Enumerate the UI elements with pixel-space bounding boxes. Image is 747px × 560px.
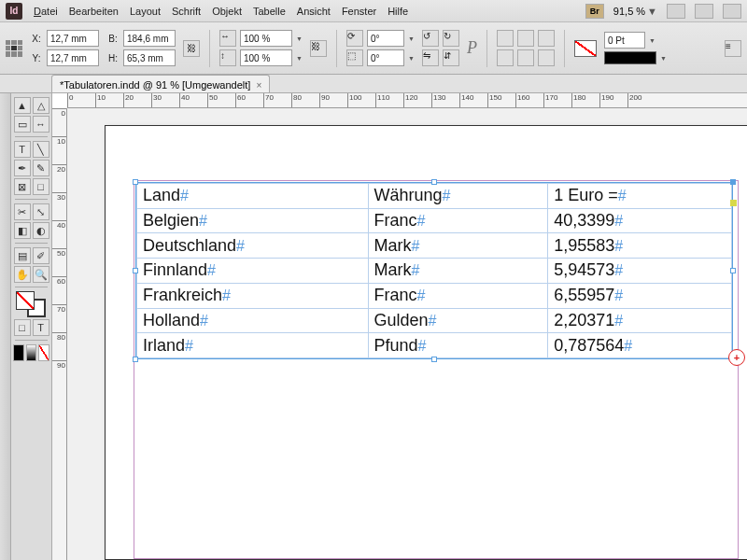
hand-tool[interactable]: ✋ xyxy=(14,266,31,283)
align-4-icon[interactable] xyxy=(497,49,514,66)
menu-ansicht[interactable]: Ansicht xyxy=(297,6,331,17)
eyedropper-tool[interactable]: ✐ xyxy=(33,247,49,264)
reference-point[interactable] xyxy=(6,40,22,57)
workspace-button[interactable] xyxy=(723,4,741,19)
apply-container-icon[interactable]: □ xyxy=(14,319,31,336)
menu-objekt[interactable]: Objekt xyxy=(212,6,242,17)
h-input[interactable]: 65,3 mm xyxy=(123,49,176,66)
constrain-wh-icon[interactable]: ⛓ xyxy=(183,40,200,57)
align-2-icon[interactable] xyxy=(517,30,534,47)
zoom-level-dropdown[interactable]: 91,5 %▼ xyxy=(613,6,657,17)
overset-text-icon[interactable] xyxy=(728,349,745,366)
rectangle-frame-tool[interactable]: ⊠ xyxy=(14,178,31,195)
page-tool[interactable]: ▭ xyxy=(14,116,31,133)
y-input[interactable]: 12,7 mm xyxy=(47,49,99,66)
scale-x-input[interactable]: 100 % xyxy=(240,30,292,47)
cell-text: Franc xyxy=(374,211,417,230)
cell-text: 2,20371 xyxy=(554,311,614,329)
rotate-cw-icon[interactable]: ↻ xyxy=(443,30,459,47)
menu-schrift[interactable]: Schrift xyxy=(172,6,201,17)
document-tab[interactable]: *Tabulatoren.indd @ 91 % [Umgewandelt] × xyxy=(51,75,270,92)
shear-input[interactable]: 0° xyxy=(367,49,404,66)
direct-selection-tool[interactable]: △ xyxy=(33,97,49,114)
ruler-tick: 80 xyxy=(52,332,66,360)
bridge-button[interactable]: Br xyxy=(585,4,604,19)
apply-gradient-icon[interactable] xyxy=(26,344,37,361)
table-row[interactable]: Frankreich#Franc#6,55957# xyxy=(137,283,732,308)
ruler-tick: 60 xyxy=(52,276,66,304)
align-3-icon[interactable] xyxy=(538,30,555,47)
table-row[interactable]: Holland#Gulden#2,20371# xyxy=(137,308,732,333)
line-tool[interactable]: ╲ xyxy=(33,141,49,158)
zoom-tool[interactable]: 🔍 xyxy=(33,266,49,283)
canvas-area[interactable]: Land# Währung# 1 Euro =# Belgien#Franc#4… xyxy=(67,108,747,560)
fill-swatch[interactable] xyxy=(574,40,597,57)
menu-fenster[interactable]: Fenster xyxy=(342,6,376,17)
handle-tr[interactable] xyxy=(730,179,736,185)
gap-tool[interactable]: ↔ xyxy=(33,116,49,133)
handle-yellow[interactable] xyxy=(730,200,737,206)
menubar: Id DDateiatei Bearbeiten Layout Schrift … xyxy=(0,0,747,22)
menu-layout[interactable]: Layout xyxy=(130,6,161,17)
cell-text: Mark xyxy=(374,236,412,255)
pen-tool[interactable]: ✒ xyxy=(14,160,31,176)
rotate-ccw-icon[interactable]: ↺ xyxy=(422,30,439,47)
handle-bm[interactable] xyxy=(431,357,437,362)
cell-text: Pfund xyxy=(374,336,418,355)
stroke-weight-input[interactable]: 0 Pt xyxy=(604,32,645,49)
ruler-horizontal[interactable]: 0102030405060708090100110120130140150160… xyxy=(67,93,747,108)
ruler-tick: 50 xyxy=(207,93,235,107)
menu-bearbeiten[interactable]: Bearbeiten xyxy=(69,6,119,17)
handle-tm[interactable] xyxy=(431,179,437,185)
cell-text: 1,95583 xyxy=(554,236,614,255)
close-tab-icon[interactable]: × xyxy=(256,80,261,91)
document-tabbar: *Tabulatoren.indd @ 91 % [Umgewandelt] × xyxy=(0,75,747,93)
ruler-vertical[interactable]: 0102030405060708090 xyxy=(52,108,67,560)
note-tool[interactable]: ▤ xyxy=(14,247,31,264)
rectangle-tool[interactable]: □ xyxy=(33,178,49,195)
table-row[interactable]: Finnland#Mark#5,94573# xyxy=(137,259,732,284)
handle-tl[interactable] xyxy=(133,179,138,185)
arrange-button[interactable] xyxy=(695,4,713,19)
rotate-input[interactable]: 0° xyxy=(367,30,404,47)
panel-collapse-strip[interactable] xyxy=(0,93,11,560)
selection-tool[interactable]: ▲ xyxy=(14,97,31,114)
align-6-icon[interactable] xyxy=(538,49,555,66)
currency-table[interactable]: Land# Währung# 1 Euro =# Belgien#Franc#4… xyxy=(136,183,732,358)
transform-tool[interactable]: ⤡ xyxy=(33,203,49,220)
align-5-icon[interactable] xyxy=(517,49,534,66)
apply-black-icon[interactable] xyxy=(13,344,24,361)
table-row[interactable]: Deutschland#Mark#1,95583# xyxy=(137,233,732,259)
menu-tabelle[interactable]: Tabelle xyxy=(253,6,286,17)
apply-text-icon[interactable]: T xyxy=(33,319,49,336)
menu-datei[interactable]: DDateiatei xyxy=(34,6,58,17)
flip-v-icon[interactable]: ⇵ xyxy=(443,49,459,66)
ruler-tick: 10 xyxy=(95,93,123,107)
type-tool[interactable]: T xyxy=(14,141,31,158)
table-row[interactable]: Irland#Pfund#0,787564# xyxy=(137,333,732,358)
handle-bl[interactable] xyxy=(133,357,138,362)
w-input[interactable]: 184,6 mm xyxy=(123,30,176,47)
menu-hilfe[interactable]: Hilfe xyxy=(388,6,408,17)
gradient-feather-tool[interactable]: ◐ xyxy=(33,222,49,239)
scale-y-input[interactable]: 100 % xyxy=(240,49,292,66)
shear-icon: ⬚ xyxy=(346,49,363,66)
cell-text: Franc xyxy=(374,286,417,304)
x-input[interactable]: 12,7 mm xyxy=(47,30,99,47)
align-1-icon[interactable] xyxy=(497,30,514,47)
table-row[interactable]: Belgien#Franc#40,3399# xyxy=(137,208,732,233)
constrain-scale-icon[interactable]: ⛓ xyxy=(310,40,327,57)
fill-stroke-proxy[interactable] xyxy=(14,291,49,317)
handle-mr[interactable] xyxy=(730,268,736,273)
screen-mode-button[interactable] xyxy=(667,4,685,19)
hidden-char-icon: # xyxy=(418,338,427,354)
gradient-swatch-tool[interactable]: ◧ xyxy=(14,222,31,239)
pencil-tool[interactable]: ✎ xyxy=(33,160,49,176)
scissors-tool[interactable]: ✂ xyxy=(14,203,31,220)
stroke-style[interactable] xyxy=(604,51,656,64)
flip-h-icon[interactable]: ⇋ xyxy=(422,49,439,66)
handle-ml[interactable] xyxy=(133,268,138,273)
apply-none-icon[interactable] xyxy=(38,344,49,361)
text-frame[interactable]: Land# Währung# 1 Euro =# Belgien#Franc#4… xyxy=(135,182,733,359)
panel-menu-icon[interactable]: ≡ xyxy=(725,40,741,57)
